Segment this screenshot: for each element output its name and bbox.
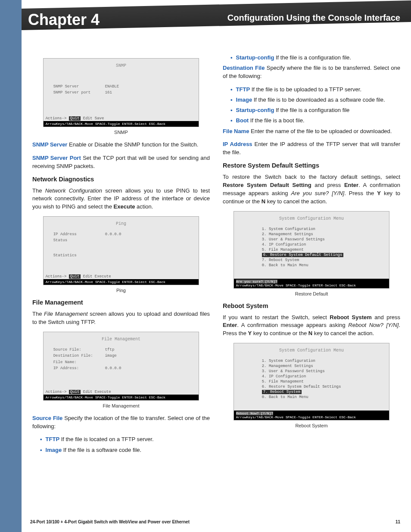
heading-restore-defaults: Restore System Default Settings	[223, 162, 400, 169]
screenshot-title: System Configuration Menu	[236, 345, 387, 355]
screenshot-title: Ping	[46, 219, 197, 229]
heading-reboot-system: Reboot System	[223, 302, 400, 309]
figure-restore-default: System Configuration Menu 1. System Conf…	[234, 211, 390, 296]
screenshot-title: System Configuration Menu	[236, 214, 387, 224]
figure-caption: File Management	[43, 403, 199, 408]
paragraph: SNMP Server Port Set the TCP port that w…	[32, 154, 210, 171]
paragraph: IP Address Enter the IP address of the T…	[223, 140, 400, 157]
sidebar-accent	[0, 0, 22, 532]
figure-file-management: File Management Source File:tftp Destina…	[43, 332, 199, 408]
list-item: •Startup-config If the file is a configu…	[230, 54, 400, 62]
list-item: •Startup-config If the file is a configu…	[230, 106, 400, 114]
paragraph: To restore the Switch back to the factor…	[223, 173, 400, 205]
screenshot-footer: ArrowKeys/TAB/BACK-Move SPACE-Toggle ENT…	[44, 395, 199, 400]
screenshot-footer: ArrowKeys/TAB/BACK-Move SPACE-Toggle ENT…	[44, 279, 199, 285]
figure-snmp: SNMP SNMP ServerENABLE SNMP Server port1…	[43, 58, 199, 135]
screenshot-title: SNMP	[46, 61, 197, 71]
paragraph: The File Management screen allows you to…	[32, 310, 210, 327]
screenshot-footer: Are you sure? [Y/N]?ArrowKeys/TAB/BACK-M…	[234, 279, 389, 288]
page-header: Chapter 4 Configuration Using the Consol…	[22, 0, 411, 37]
footer-page-number: 11	[395, 520, 400, 524]
list-item: •Image If the file is to be downloaded a…	[230, 96, 400, 104]
heading-file-management: File Management	[32, 299, 210, 306]
list-item: •Image If the file is a software code fi…	[40, 446, 210, 454]
screenshot-actions: Actions-> Quit Edit Execute	[46, 274, 111, 279]
figure-caption: Restore Default	[234, 291, 390, 296]
list-item: •TFTP If the file is located on a TFTP s…	[40, 436, 210, 443]
paragraph: Destination File Specify where the file …	[223, 64, 400, 81]
paragraph: Source File Specify the location of the …	[32, 414, 210, 431]
screenshot-actions: Actions-> Quit Edit Execute	[46, 390, 111, 394]
screenshot-ping: Ping IP Address0.0.0.0 Status Statistics…	[43, 216, 199, 285]
page-footer: 24-Port 10/100 + 4-Port Gigabit Switch w…	[30, 520, 400, 524]
figure-reboot-system: System Configuration Menu 1. System Conf…	[234, 343, 390, 428]
screenshot-title: File Management	[46, 334, 197, 344]
screenshot-actions: Actions-> Quit Edit Save	[46, 116, 104, 121]
screenshot-file-management: File Management Source File:tftp Destina…	[43, 332, 199, 401]
paragraph: If you want to restart the Switch, selec…	[223, 314, 400, 338]
screenshot-footer: ArrowKeys/TAB/BACK-Move SPACE-Toggle ENT…	[44, 121, 199, 127]
chapter-subtitle: Configuration Using the Console Interfac…	[227, 13, 400, 23]
figure-caption: SNMP	[43, 130, 199, 135]
screenshot-reboot: System Configuration Menu 1. System Conf…	[234, 343, 390, 420]
screenshot-footer: Reboot Now? [Y/N]?ArrowKeys/TAB/BACK-Mov…	[234, 411, 389, 420]
screenshot-snmp: SNMP SNMP ServerENABLE SNMP Server port1…	[43, 58, 199, 127]
left-column: SNMP SNMP ServerENABLE SNMP Server port1…	[32, 54, 210, 457]
right-column: •Startup-config If the file is a configu…	[223, 54, 400, 457]
screenshot-restore: System Configuration Menu 1. System Conf…	[234, 211, 390, 289]
list-item: •TFTP If the file is to be uploaded to a…	[230, 86, 400, 93]
figure-caption: Reboot System	[234, 423, 390, 428]
heading-network-diagnostics: Network Diagnostics	[32, 176, 210, 183]
paragraph: The Network Configuration screen allows …	[32, 187, 210, 212]
paragraph: File Name Enter the name of the file to …	[223, 128, 400, 136]
chapter-title: Chapter 4	[28, 11, 100, 29]
figure-ping: Ping IP Address0.0.0.0 Status Statistics…	[43, 216, 199, 293]
paragraph: SNMP Server Enable or Disable the SNMP f…	[32, 141, 210, 149]
footer-product: 24-Port 10/100 + 4-Port Gigabit Switch w…	[30, 520, 190, 524]
figure-caption: Ping	[43, 288, 199, 293]
list-item: •Boot If the file is a boot file.	[230, 117, 400, 124]
